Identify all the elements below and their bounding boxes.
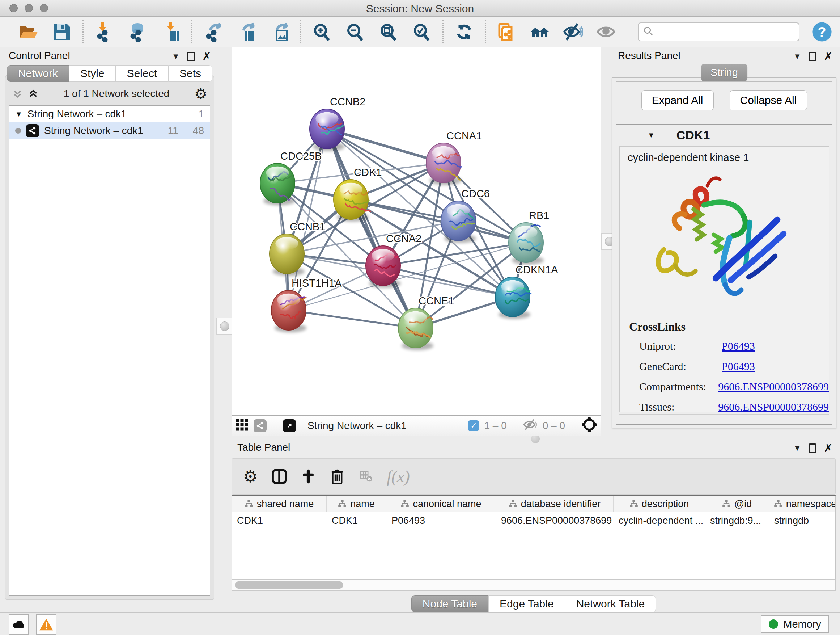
zoom-in-button[interactable] [311,21,333,43]
zoom-out-button[interactable] [344,21,366,43]
zoom-out-icon [345,22,365,42]
crosslink-link[interactable]: 9606.ENSP00000378699 [718,380,829,393]
float-results-icon[interactable] [808,52,816,61]
close-results-icon[interactable]: ✗ [824,50,833,63]
string-view-icon[interactable] [254,419,267,432]
column-header-description[interactable]: description [614,496,705,511]
first-neighbors-button[interactable] [495,21,518,43]
search-box[interactable] [638,22,799,41]
import-network-button[interactable] [93,21,115,43]
cloud-button[interactable] [9,614,29,635]
memory-button[interactable]: Memory [761,616,829,633]
grid-view-icon[interactable] [235,418,248,434]
tab-network[interactable]: Network [7,65,69,82]
node-CDC6[interactable]: CDC6 [441,188,490,243]
table-cell: CDK1 [232,512,327,529]
title-bar: Session: New Session [0,0,840,17]
export-image-button[interactable] [268,21,291,43]
table-hscroll-thumb[interactable] [235,581,343,589]
help-button[interactable]: ? [812,21,832,43]
node-CCNE1[interactable]: CCNE1 [398,295,454,350]
tab-string[interactable]: String [701,64,747,81]
delete-table-icon[interactable] [358,468,374,485]
crosslink-link[interactable]: P06493 [722,360,755,372]
collapse-panel-icon[interactable]: ▼ [172,52,180,61]
status-bar: Memory [0,612,840,635]
node-count: 11 [168,125,178,136]
gene-expander-icon[interactable]: ▼ [647,131,655,139]
table-cell: CDK1 [327,512,386,529]
table-panel-title: Table Panel [237,442,290,453]
selected-nodes-checkbox[interactable]: ✓ [468,420,479,431]
export-table-button[interactable] [235,21,257,43]
column-header-name[interactable]: name [327,496,386,511]
collapse-all-networks-icon[interactable] [28,88,39,99]
import-table-button[interactable] [159,21,182,43]
left-splitter-handle[interactable] [216,318,233,334]
node-CCNB2[interactable]: CCNB2 [309,96,365,151]
open-folder-button[interactable] [17,21,40,43]
function-builder-icon[interactable]: f(x) [387,467,410,486]
edge-count: 48 [193,125,204,136]
import-database-button[interactable] [126,21,149,43]
warnings-button[interactable] [36,614,57,635]
network-collection-row[interactable]: ▼ String Network – cdk1 1 [9,106,210,122]
collapse-results-icon[interactable]: ▼ [793,52,801,61]
birds-eye-view-icon[interactable] [283,419,296,432]
zoom-selected-button[interactable] [411,21,433,43]
table-hscrollbar[interactable] [232,579,836,591]
hide-eye-button[interactable] [562,21,584,43]
home-network-button[interactable] [529,21,551,43]
expand-all-networks-icon[interactable] [12,88,23,99]
table-row[interactable]: CDK1CDK1P064939606.ENSP00000378699cyclin… [232,512,835,529]
crosslink-link[interactable]: P06493 [722,340,755,352]
export-network-button[interactable] [202,21,224,43]
collection-expander-icon[interactable]: ▼ [15,110,22,119]
column-header-shared-name[interactable]: shared name [232,496,327,511]
table-panel: Table Panel ▼ ✗ ⚙ f(x) shared n [229,439,838,608]
column-header-database-identifier[interactable]: database identifier [496,496,614,511]
tab-node-table[interactable]: Node Table [411,595,488,613]
column-header-id[interactable]: @id [705,496,769,511]
memory-status-icon [769,619,778,629]
show-columns-icon[interactable] [271,468,287,485]
create-column-icon[interactable] [300,468,317,485]
collapse-table-icon[interactable]: ▼ [793,443,801,453]
close-panel-icon[interactable]: ✗ [202,50,211,63]
cloud-icon [11,619,26,630]
node-CCNA1[interactable]: CCNA1 [426,130,482,185]
node-CDKN1A[interactable]: CDKN1A [495,264,558,319]
network-canvas[interactable]: CCNB2CCNA1CDC25BCDK1CDC6RB1CCNB1CCNA2CDK… [232,47,601,416]
node-RB1[interactable]: RB1 [508,210,549,264]
crosslink-label: Uniprot: [639,340,722,352]
tab-style[interactable]: Style [69,65,116,82]
float-table-icon[interactable] [808,443,816,453]
save-session-button[interactable] [51,21,73,43]
expand-all-button[interactable]: Expand All [641,90,714,111]
crosslink-row: Compartments:9606.ENSP00000378699 [639,380,829,393]
network-row[interactable]: String Network – cdk1 11 48 [9,122,210,139]
tab-network-table[interactable]: Network Table [565,595,656,613]
table-options-gear-icon[interactable]: ⚙ [242,468,259,485]
refresh-button[interactable] [453,21,475,43]
column-header-canonical-name[interactable]: canonical name [386,496,496,511]
results-hscrollbar[interactable] [619,414,829,422]
show-eye-button[interactable] [595,21,617,43]
column-header-namespace[interactable]: namespace [769,496,836,511]
zoom-fit-button[interactable] [377,21,400,43]
hidden-eye-icon[interactable] [523,418,538,433]
search-input[interactable] [654,26,794,38]
fit-selected-crosshair-icon[interactable] [581,417,597,435]
collection-count: 1 [198,108,204,120]
close-table-icon[interactable]: ✗ [824,442,833,454]
tab-select[interactable]: Select [116,65,168,82]
crosslink-link[interactable]: 9606.ENSP00000378699 [718,401,829,412]
delete-column-icon[interactable] [329,468,346,485]
float-panel-icon[interactable] [187,52,195,61]
control-panel-tabs: NetworkStyleSelectSets [3,65,216,82]
collapse-all-button[interactable]: Collapse All [729,90,807,111]
tab-sets[interactable]: Sets [168,65,212,82]
tab-edge-table[interactable]: Edge Table [488,595,565,613]
zoom-fit-icon [378,22,399,42]
network-options-gear-icon[interactable]: ⚙ [194,87,207,101]
